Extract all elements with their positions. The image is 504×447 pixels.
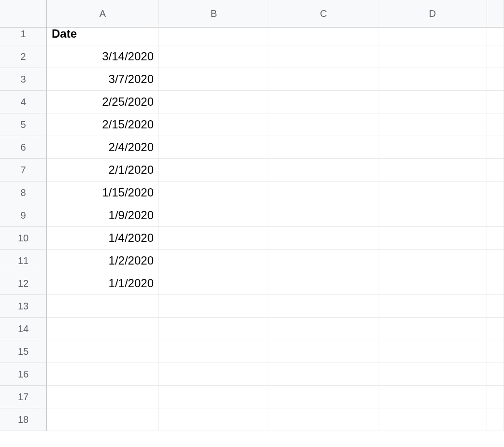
cell-D7[interactable] — [378, 159, 487, 182]
row-header-5[interactable]: 5 — [0, 113, 47, 136]
cell-partial-17[interactable] — [487, 386, 504, 408]
cell-B8[interactable] — [159, 182, 269, 204]
row-header-18[interactable]: 18 — [0, 408, 47, 431]
cell-partial-14[interactable] — [487, 318, 504, 340]
cell-C14[interactable] — [269, 318, 378, 340]
cell-partial-4[interactable] — [487, 91, 504, 113]
cell-C12[interactable] — [269, 272, 378, 295]
cell-partial-2[interactable] — [487, 45, 504, 68]
cell-C16[interactable] — [269, 363, 378, 386]
cell-B9[interactable] — [159, 204, 269, 227]
cell-partial-13[interactable] — [487, 295, 504, 318]
cell-partial-5[interactable] — [487, 113, 504, 136]
cell-C4[interactable] — [269, 91, 378, 113]
cell-partial-1[interactable] — [487, 23, 504, 45]
cell-B2[interactable] — [159, 45, 269, 68]
cell-C13[interactable] — [269, 295, 378, 318]
cell-B18[interactable] — [159, 408, 269, 431]
cell-A9[interactable]: 1/9/2020 — [47, 204, 159, 227]
cell-B10[interactable] — [159, 227, 269, 250]
cell-C11[interactable] — [269, 250, 378, 272]
cell-A18[interactable] — [47, 408, 159, 431]
cell-partial-11[interactable] — [487, 250, 504, 272]
select-all-corner[interactable] — [0, 0, 47, 28]
row-header-7[interactable]: 7 — [0, 159, 47, 182]
row-header-15[interactable]: 15 — [0, 340, 47, 363]
cell-C6[interactable] — [269, 136, 378, 159]
cell-C10[interactable] — [269, 227, 378, 250]
cell-partial-16[interactable] — [487, 363, 504, 386]
cell-C1[interactable] — [269, 23, 378, 45]
cell-C9[interactable] — [269, 204, 378, 227]
cell-D4[interactable] — [378, 91, 487, 113]
cell-A10[interactable]: 1/4/2020 — [47, 227, 159, 250]
cell-D2[interactable] — [378, 45, 487, 68]
cell-C3[interactable] — [269, 68, 378, 91]
row-header-12[interactable]: 12 — [0, 272, 47, 295]
cell-D14[interactable] — [378, 318, 487, 340]
cell-A8[interactable]: 1/15/2020 — [47, 182, 159, 204]
cell-C17[interactable] — [269, 386, 378, 408]
cell-D9[interactable] — [378, 204, 487, 227]
row-header-3[interactable]: 3 — [0, 68, 47, 91]
cell-A6[interactable]: 2/4/2020 — [47, 136, 159, 159]
cell-A2[interactable]: 3/14/2020 — [47, 45, 159, 68]
row-header-10[interactable]: 10 — [0, 227, 47, 250]
cell-D16[interactable] — [378, 363, 487, 386]
cell-partial-12[interactable] — [487, 272, 504, 295]
cell-B1[interactable] — [159, 23, 269, 45]
cell-D18[interactable] — [378, 408, 487, 431]
cell-C15[interactable] — [269, 340, 378, 363]
row-header-9[interactable]: 9 — [0, 204, 47, 227]
cell-B14[interactable] — [159, 318, 269, 340]
row-header-11[interactable]: 11 — [0, 250, 47, 272]
cell-B6[interactable] — [159, 136, 269, 159]
spreadsheet-grid[interactable]: ABCD1Date23/14/202033/7/202042/25/202052… — [0, 0, 504, 431]
cell-D1[interactable] — [378, 23, 487, 45]
cell-A14[interactable] — [47, 318, 159, 340]
cell-C2[interactable] — [269, 45, 378, 68]
cell-A3[interactable]: 3/7/2020 — [47, 68, 159, 91]
cell-partial-18[interactable] — [487, 408, 504, 431]
cell-D8[interactable] — [378, 182, 487, 204]
cell-B5[interactable] — [159, 113, 269, 136]
cell-partial-8[interactable] — [487, 182, 504, 204]
cell-B12[interactable] — [159, 272, 269, 295]
cell-partial-6[interactable] — [487, 136, 504, 159]
cell-B17[interactable] — [159, 386, 269, 408]
cell-B4[interactable] — [159, 91, 269, 113]
cell-partial-9[interactable] — [487, 204, 504, 227]
cell-D10[interactable] — [378, 227, 487, 250]
cell-C8[interactable] — [269, 182, 378, 204]
cell-partial-7[interactable] — [487, 159, 504, 182]
row-header-14[interactable]: 14 — [0, 318, 47, 340]
cell-B13[interactable] — [159, 295, 269, 318]
cell-partial-15[interactable] — [487, 340, 504, 363]
row-header-8[interactable]: 8 — [0, 182, 47, 204]
cell-B15[interactable] — [159, 340, 269, 363]
cell-A17[interactable] — [47, 386, 159, 408]
cell-A4[interactable]: 2/25/2020 — [47, 91, 159, 113]
cell-D17[interactable] — [378, 386, 487, 408]
cell-B11[interactable] — [159, 250, 269, 272]
cell-D15[interactable] — [378, 340, 487, 363]
cell-partial-10[interactable] — [487, 227, 504, 250]
row-header-16[interactable]: 16 — [0, 363, 47, 386]
cell-D6[interactable] — [378, 136, 487, 159]
cell-C18[interactable] — [269, 408, 378, 431]
row-header-2[interactable]: 2 — [0, 45, 47, 68]
cell-A16[interactable] — [47, 363, 159, 386]
cell-A11[interactable]: 1/2/2020 — [47, 250, 159, 272]
row-header-4[interactable]: 4 — [0, 91, 47, 113]
cell-C5[interactable] — [269, 113, 378, 136]
row-header-6[interactable]: 6 — [0, 136, 47, 159]
cell-B3[interactable] — [159, 68, 269, 91]
cell-C7[interactable] — [269, 159, 378, 182]
cell-A12[interactable]: 1/1/2020 — [47, 272, 159, 295]
cell-A13[interactable] — [47, 295, 159, 318]
cell-A15[interactable] — [47, 340, 159, 363]
cell-A1[interactable]: Date — [47, 23, 159, 45]
row-header-13[interactable]: 13 — [0, 295, 47, 318]
cell-partial-3[interactable] — [487, 68, 504, 91]
cell-D5[interactable] — [378, 113, 487, 136]
